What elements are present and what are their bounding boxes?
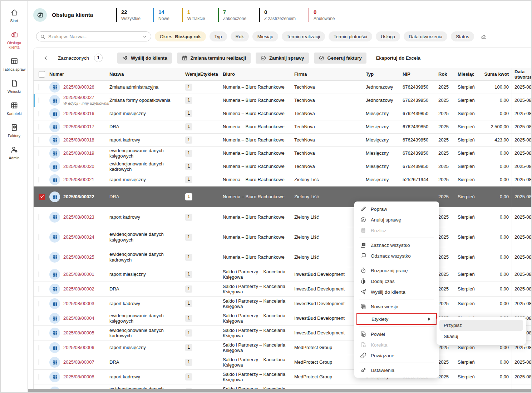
case-number-link[interactable]: 2025/08/00026 [63,84,94,90]
column-header-name[interactable]: Nazwa [109,71,185,77]
case-number-link[interactable]: 2025/08/00027 [63,95,109,100]
row-checkbox[interactable] [39,124,39,130]
case-number-link[interactable]: 2025/08/00023 [63,214,94,220]
row-checkbox[interactable] [39,194,45,200]
menu-item-powiązane[interactable]: Powiązane [354,350,439,361]
sidebar-item-obs-uga-klienta[interactable]: Obsługa klienta [1,27,27,53]
sidebar-item-faktury[interactable]: $Faktury [1,120,27,142]
row-checkbox[interactable] [39,234,39,240]
column-header-nip[interactable]: NIP [403,71,438,77]
case-number-link[interactable]: 2025/08/00024 [63,234,94,240]
menu-item-etykiety[interactable]: Etykiety [356,313,437,325]
table-row[interactable]: 2025/08/00027W edycji · inny użytkownikZ… [34,94,531,107]
case-number-link[interactable]: 2025/08/00004 [63,315,94,321]
search-input[interactable] [48,34,139,39]
case-number-link[interactable]: 2025/08/00018 [63,137,94,143]
sidebar-item-admin[interactable]: Admin [1,142,27,164]
sidebar-item-start[interactable]: Start [1,5,27,27]
row-checkbox[interactable] [39,177,39,183]
table-row[interactable]: 2025/08/00025ewidencjonowanie danych kad… [34,247,531,267]
table-row[interactable]: 2025/08/00024ewidencjonowanie danych ksi… [34,227,531,247]
table-row[interactable]: 2025/08/00001raport miesięczny1Saldo i P… [34,267,531,282]
table-row[interactable]: 2025/08/00026Zmiana administracyjna1Nume… [34,81,531,94]
case-number-link[interactable]: 2025/08/00017 [63,124,94,130]
filter-chip-status[interactable]: Status [451,31,474,41]
filter-chip-data-utworzenia[interactable]: Data utworzenia [404,31,447,41]
table-row[interactable]: 2025/08/00007DRA1Saldo i Partnerzy – Kan… [34,355,531,370]
table-row[interactable]: 2025/08/00016raport miesięczny1Numeria –… [34,107,531,120]
clear-filters-button[interactable] [481,33,487,40]
column-header-rok[interactable]: Rok [438,71,458,77]
case-number-link[interactable]: 2025/08/00020 [63,164,94,169]
row-checkbox[interactable] [39,214,39,220]
case-number-link[interactable]: 2025/08/00002 [63,286,94,292]
table-row[interactable]: 2025/08/00021raport miesięczny1Numeria –… [34,173,531,186]
filter-chip-us-uga[interactable]: Usługa [376,31,400,41]
generuj-faktury-button[interactable]: Generuj faktury [314,53,366,64]
menu-item-wyślij-do-klienta[interactable]: Wyślij do klienta [354,287,439,297]
menu-item-popraw[interactable]: Popraw [354,204,439,214]
row-checkbox[interactable] [39,272,39,277]
case-number-link[interactable]: 2025/08/00005 [63,330,94,336]
case-number-link[interactable]: 2025/08/00021 [63,177,94,183]
wyślij-do-klienta-button[interactable]: Wyślij do klienta [117,53,172,64]
menu-item-rozpocznij-pracę[interactable]: Rozpocznij pracę [354,265,439,276]
table-row[interactable]: 2025/08/00008raport kadrowy1Saldo i Part… [34,370,531,384]
table-row[interactable]: 2025/08/00020ewidencjonowanie danych kad… [34,160,531,173]
sidebar-item-tablica-spraw[interactable]: Tablica spraw [1,53,27,75]
filter-chip-termin-realizacji[interactable]: Termin realizacji [282,31,325,41]
horizontal-scrollbar[interactable] [28,389,531,392]
menu-item-nowa-wersja[interactable]: Nowa wersja [354,301,439,312]
table-row[interactable]: 2025/08/00003raport kadrowy1Saldo i Part… [34,297,531,311]
row-checkbox[interactable] [39,137,39,143]
row-checkbox[interactable] [39,359,39,365]
table-row[interactable]: 2025/08/00023raport kadrowy1Numeria – Bi… [34,207,531,227]
row-checkbox[interactable] [39,84,39,90]
case-number-link[interactable]: 2025/08/00007 [63,359,94,365]
case-number-link[interactable]: 2025/08/00016 [63,111,94,116]
menu-item-anuluj-sprawę[interactable]: Anuluj sprawę [354,214,439,225]
column-header-typ[interactable]: Typ [366,71,403,77]
filter-chip-typ[interactable]: Typ [210,31,227,41]
menu-item-ustawienia[interactable]: Ustawienia [354,365,439,375]
row-checkbox[interactable] [39,301,39,307]
row-checkbox[interactable] [39,330,39,336]
column-header-num[interactable]: Numer [49,71,109,77]
table-row[interactable]: 2025/08/00017DRA1Numeria – Biuro Rachunk… [34,120,531,134]
menu-item-dodaj-czas[interactable]: Dodaj czas [354,276,439,287]
row-checkbox[interactable] [39,254,39,260]
search-scope-chevron-icon[interactable] [142,34,147,39]
table-row[interactable]: 2025/08/00018raport kadrowy1Numeria – Bi… [34,134,531,147]
filter-chip-miesi-c[interactable]: Miesiąc [252,31,278,41]
column-header-firma[interactable]: Firma [294,71,366,77]
table-row[interactable]: 2025/08/00002DRA1Saldo i Partnerzy – Kan… [34,282,531,297]
sidebar-item-kartoteki[interactable]: Kartoteki [1,98,27,120]
case-number-link[interactable]: 2025/08/00019 [63,150,94,156]
column-header-suma[interactable]: Suma kwot [484,71,512,77]
case-number-link[interactable]: 2025/08/00008 [63,374,94,380]
row-checkbox[interactable] [39,164,39,169]
header-checkbox[interactable] [39,71,45,78]
case-number-link[interactable]: 2025/08/00022 [63,194,94,200]
row-checkbox[interactable] [39,286,39,292]
row-checkbox[interactable] [39,315,39,321]
menu-item-odznacz-wszystko[interactable]: Odznacz wszystko [354,250,439,261]
collapse-selection-icon[interactable] [43,55,49,61]
column-header-biuro[interactable]: Biuro [223,71,294,77]
case-number-link[interactable]: 2025/08/00006 [63,345,94,350]
row-checkbox[interactable] [39,374,39,380]
case-number-link[interactable]: 2025/08/00001 [63,272,94,277]
column-header-ver[interactable]: Wersja [185,71,200,77]
search-box[interactable] [36,31,151,41]
submenu-item-skasuj[interactable]: Skasuj [439,331,523,342]
row-checkbox[interactable] [39,345,39,350]
table-row[interactable]: 2025/08/00022DRA1Numeria – Biuro Rachunk… [34,186,531,207]
column-header-mies[interactable]: Miesiąc [458,71,484,77]
filter-chip-rok[interactable]: Rok [231,31,249,41]
sidebar-item-wnioski[interactable]: Wnioski [1,75,27,98]
filter-chip-termin-p-atno-ci[interactable]: Termin płatności [329,31,372,41]
case-number-link[interactable]: 2025/08/00025 [63,254,94,260]
zmiana-terminu-realizacji-button[interactable]: Zmiana terminu realizacji [177,53,251,64]
column-header-data[interactable]: Data utworzenia [512,68,531,80]
column-header-tag[interactable]: Etykieta [200,71,223,77]
